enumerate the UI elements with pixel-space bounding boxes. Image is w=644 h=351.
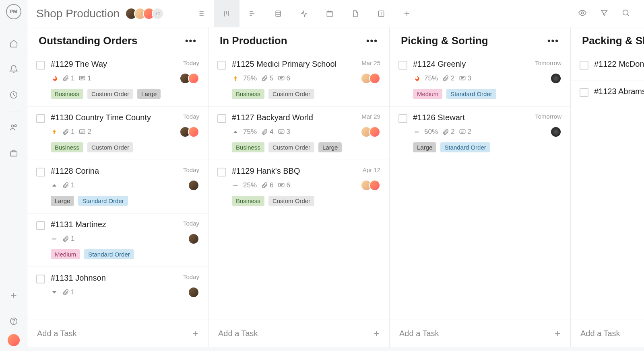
progress-percent: 25%	[243, 181, 257, 189]
tag[interactable]: Large	[318, 142, 342, 152]
column-menu-icon[interactable]: •••	[185, 36, 197, 46]
tag[interactable]: Large	[413, 142, 436, 152]
avatar[interactable]	[369, 73, 380, 84]
task-checkbox[interactable]	[36, 61, 45, 70]
tag[interactable]: Standard Order	[440, 142, 490, 152]
task-tags: MediumStandard Order	[51, 249, 199, 259]
task-checkbox[interactable]	[36, 114, 45, 123]
tag[interactable]: Business	[232, 89, 264, 99]
column-menu-icon[interactable]: •••	[547, 36, 559, 46]
risk-view-icon[interactable]	[368, 0, 394, 27]
tag[interactable]: Large	[51, 196, 74, 206]
eye-icon[interactable]	[578, 8, 587, 19]
clock-icon[interactable]	[6, 88, 21, 102]
people-icon[interactable]	[6, 120, 21, 135]
tag[interactable]: Custom Order	[268, 89, 314, 99]
task-card[interactable]: #1128 CorinaToday 1LargeStandard Order	[27, 160, 208, 213]
task-checkbox[interactable]	[36, 168, 45, 177]
avatar[interactable]	[369, 126, 380, 138]
svg-point-9	[381, 14, 382, 15]
horizontal-scrollbar[interactable]	[27, 347, 644, 351]
task-tags: BusinessCustom OrderLarge	[232, 142, 380, 152]
tag[interactable]: Custom Order	[87, 89, 133, 99]
svg-point-11	[623, 10, 628, 15]
activity-view-icon[interactable]	[291, 0, 317, 27]
search-icon[interactable]	[621, 8, 630, 19]
comment-count: 2	[459, 128, 471, 136]
tag[interactable]: Standard Order	[446, 89, 496, 99]
task-card[interactable]: #1131 MartinezToday 1MediumStandard Orde…	[27, 213, 208, 267]
task-card[interactable]: #1127 Backyard WorldMar 2975% 4 3Busines…	[208, 106, 389, 160]
divider	[8, 111, 20, 111]
board-view-icon[interactable]	[214, 0, 239, 27]
comment-count: 1	[78, 74, 91, 82]
tag[interactable]: Business	[51, 142, 83, 152]
task-card[interactable]: #1129 Hank's BBQApr 1225% 6 6BusinessCus…	[208, 160, 389, 213]
avatar[interactable]	[550, 126, 561, 138]
avatar[interactable]	[188, 180, 199, 191]
avatar[interactable]	[188, 73, 199, 84]
avatar[interactable]	[369, 180, 380, 191]
tag[interactable]: Custom Order	[87, 142, 133, 152]
task-checkbox[interactable]	[217, 114, 226, 123]
task-checkbox[interactable]	[36, 275, 45, 283]
tag[interactable]: Medium	[51, 249, 80, 259]
task-checkbox[interactable]	[398, 61, 407, 70]
briefcase-icon[interactable]	[6, 146, 21, 160]
task-title: #1122 McDonald	[594, 60, 644, 69]
add-task-button[interactable]: Add a Task+	[27, 320, 208, 347]
task-card[interactable]: #1125 Medici Primary SchoolMar 2575% 5 6…	[208, 53, 389, 106]
column-menu-icon[interactable]: •••	[366, 36, 378, 46]
add-view-icon[interactable]	[394, 0, 420, 27]
calendar-view-icon[interactable]	[317, 0, 343, 27]
tag[interactable]: Business	[232, 196, 264, 206]
add-icon[interactable]	[6, 288, 21, 303]
tag[interactable]: Custom Order	[268, 196, 314, 206]
priority-icon	[51, 128, 58, 135]
tag[interactable]: Large	[137, 89, 161, 99]
avatar[interactable]	[188, 287, 199, 298]
add-task-button[interactable]: Add a Task+	[390, 320, 570, 347]
task-checkbox[interactable]	[580, 61, 588, 70]
add-task-button[interactable]: Add a Task+	[571, 320, 644, 347]
list-view-icon[interactable]	[188, 0, 214, 27]
tag[interactable]: Medium	[413, 89, 442, 99]
plus-icon: +	[192, 327, 198, 340]
task-card[interactable]: #1126 StewartTomorrow50% 2 2LargeStandar…	[390, 106, 570, 160]
avatar-more[interactable]: +1	[152, 8, 164, 20]
sheet-view-icon[interactable]	[265, 0, 291, 27]
avatar[interactable]	[188, 233, 199, 244]
tag[interactable]: Standard Order	[84, 249, 134, 259]
file-view-icon[interactable]	[343, 0, 368, 27]
member-avatars[interactable]: +1	[128, 8, 164, 20]
task-checkbox[interactable]	[36, 221, 45, 230]
tag[interactable]: Standard Order	[78, 196, 128, 206]
task-card[interactable]: #1122 McDonald	[571, 53, 644, 80]
task-checkbox[interactable]	[217, 61, 226, 70]
app-logo[interactable]: PM	[6, 4, 21, 19]
tag[interactable]: Business	[232, 142, 264, 152]
task-card[interactable]: #1131 JohnsonToday 1	[27, 267, 208, 310]
filter-icon[interactable]	[600, 8, 609, 19]
help-icon[interactable]	[6, 314, 21, 328]
home-icon[interactable]	[6, 36, 21, 51]
task-avatars	[191, 180, 199, 191]
tag[interactable]: Business	[51, 89, 83, 99]
task-card[interactable]: #1130 Country Time CountyToday 1 2Busine…	[27, 106, 208, 160]
task-checkbox[interactable]	[580, 88, 588, 97]
task-card[interactable]: #1123 Abrams	[571, 80, 644, 107]
task-title: #1129 Hank's BBQ	[232, 166, 300, 176]
task-title: #1128 Corina	[51, 166, 99, 176]
bell-icon[interactable]	[6, 62, 21, 76]
tag[interactable]: Custom Order	[268, 142, 314, 152]
user-avatar[interactable]	[8, 334, 20, 346]
svg-rect-19	[460, 76, 465, 80]
task-card[interactable]: #1129 The WayToday 1 1BusinessCustom Ord…	[27, 53, 208, 106]
task-checkbox[interactable]	[398, 114, 407, 123]
gantt-view-icon[interactable]	[239, 0, 265, 27]
avatar[interactable]	[550, 73, 561, 84]
avatar[interactable]	[188, 126, 199, 138]
add-task-button[interactable]: Add a Task+	[208, 320, 389, 347]
task-checkbox[interactable]	[217, 168, 226, 177]
task-card[interactable]: #1124 GreenlyTomorrow75% 2 3MediumStanda…	[390, 53, 570, 106]
